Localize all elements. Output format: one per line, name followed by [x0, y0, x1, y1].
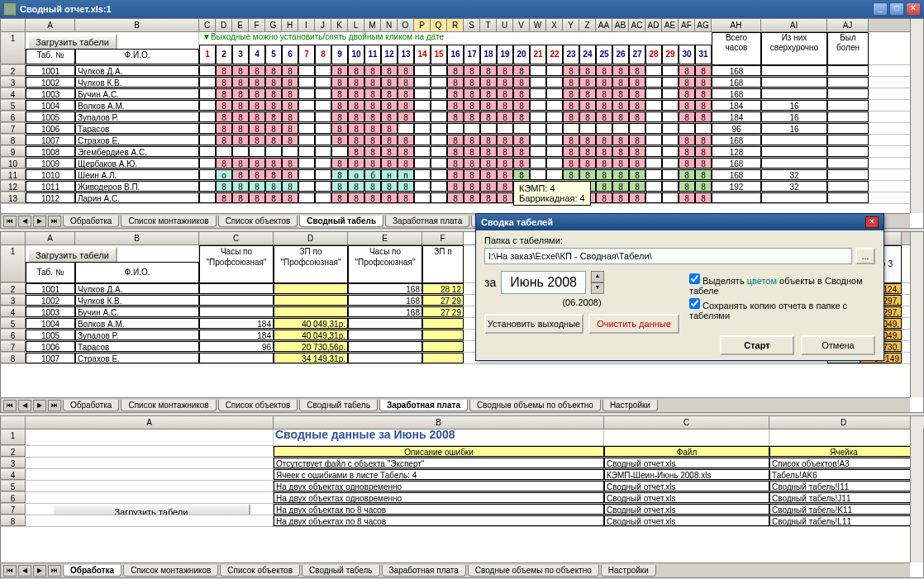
- maximize-button[interactable]: □: [889, 2, 904, 16]
- pane-errors: ABCDE 1Сводные данные за Июнь 20082Описа…: [0, 415, 924, 578]
- load-timesheets-button[interactable]: Загрузить табели: [27, 247, 117, 263]
- sheet-tab[interactable]: Обработка: [63, 216, 119, 227]
- scrollbar-v[interactable]: [910, 232, 923, 397]
- sheet-tab[interactable]: Обработка: [63, 565, 121, 577]
- sheet-tabs[interactable]: ⏮◀▶⏭ОбработкаСписок монтажниковСписок об…: [1, 397, 910, 412]
- dialog-summary: Сводка табелей × Папка с табелями: ... з…: [475, 213, 884, 361]
- tab-nav[interactable]: ◀: [18, 565, 31, 577]
- sheet-tab[interactable]: Сводный табель: [299, 216, 383, 227]
- window-titlebar: Сводный отчет.xls:1 _ □ ×: [0, 0, 924, 18]
- pane-timesheet: ABCDEFGHIJKLMNOPQRSTUVWXYZAAABACADAEAFAG…: [0, 18, 924, 229]
- sheet-tab[interactable]: Сводные объемы по объектно: [468, 565, 599, 577]
- tab-nav[interactable]: ◀: [18, 216, 31, 227]
- tab-nav[interactable]: ⏮: [3, 565, 17, 577]
- sheet-tab[interactable]: Список монтажников: [123, 565, 218, 577]
- dialog-close-button[interactable]: ×: [865, 216, 879, 228]
- savecopy-checkbox-label[interactable]: Сохранять копию отчета в папке с табелям…: [689, 298, 875, 320]
- cell-tooltip: КЭМП: 4 Баррикадная: 4: [513, 181, 591, 206]
- folder-label: Папка с табелями:: [484, 235, 875, 245]
- highlight-checkbox-label[interactable]: Выделять цветом объекты в Сводном табеле: [689, 273, 875, 296]
- folder-input[interactable]: [484, 248, 852, 264]
- set-holidays-button[interactable]: Установить выходные: [484, 314, 583, 334]
- window-title: Сводный отчет.xls:1: [20, 4, 112, 14]
- tab-nav[interactable]: ⏭: [48, 400, 61, 411]
- tab-nav[interactable]: ⏭: [48, 565, 61, 577]
- savecopy-checkbox[interactable]: [689, 298, 700, 309]
- sheet-tab[interactable]: Сводный табель: [299, 400, 378, 411]
- sheet-tabs[interactable]: ⏮◀▶⏭ОбработкаСписок монтажниковСписок об…: [1, 562, 910, 577]
- sheet-tab[interactable]: Заработная плата: [385, 216, 469, 227]
- grid[interactable]: 1Сводные данные за Июнь 20082Описание ош…: [1, 430, 923, 527]
- sheet-tab[interactable]: Сводный табель: [302, 565, 380, 577]
- sheet-tab[interactable]: Список монтажников: [121, 400, 216, 411]
- month-up-button[interactable]: ▲: [591, 271, 604, 282]
- app-icon: [3, 2, 17, 16]
- start-button[interactable]: Старт: [720, 335, 794, 355]
- sheet-tab[interactable]: Заработная плата: [382, 565, 466, 577]
- tab-nav[interactable]: ▶: [33, 216, 46, 227]
- cancel-button[interactable]: Отмена: [801, 335, 875, 355]
- tab-nav[interactable]: ⏮: [3, 216, 17, 227]
- sheet-tab[interactable]: Список монтажников: [121, 216, 216, 227]
- dialog-titlebar[interactable]: Сводка табелей ×: [476, 214, 884, 230]
- tab-nav[interactable]: ▶: [33, 565, 46, 577]
- clear-data-button[interactable]: Очистить данные: [588, 314, 679, 334]
- sheet-tab[interactable]: Сводные объемы по объектно: [469, 400, 601, 411]
- scrollbar-v[interactable]: [910, 416, 923, 562]
- load-timesheets-button[interactable]: Загрузить табели: [27, 34, 117, 49]
- browse-button[interactable]: ...: [855, 248, 875, 264]
- scrollbar-v[interactable]: [910, 19, 923, 213]
- sheet-tab[interactable]: Обработка: [63, 400, 119, 411]
- sheet-tab[interactable]: Настройки: [601, 565, 656, 577]
- sheet-tab[interactable]: Список объектов: [220, 565, 300, 577]
- dialog-title: Сводка табелей: [481, 217, 553, 227]
- month-display: Июнь 2008: [501, 271, 586, 294]
- minimize-button[interactable]: _: [873, 2, 888, 16]
- load-timesheets-button[interactable]: Загрузить табели: [52, 504, 250, 515]
- month-sub: (06.2008): [484, 297, 679, 307]
- sheet-tab[interactable]: Заработная плата: [379, 400, 468, 411]
- column-headers: ABCDE: [1, 416, 923, 430]
- close-button[interactable]: ×: [906, 2, 921, 16]
- tab-nav[interactable]: ▶: [33, 400, 46, 411]
- sheet-tab[interactable]: Список объектов: [218, 216, 298, 227]
- sheet-tab[interactable]: Настройки: [603, 400, 658, 411]
- grid[interactable]: 1Загрузить табелиТаб. №Ф.И.О.▼Выходные м…: [1, 32, 923, 204]
- za-label: за: [484, 276, 496, 289]
- month-down-button[interactable]: ▼: [591, 282, 604, 294]
- tab-nav[interactable]: ⏭: [48, 216, 61, 227]
- sheet-tab[interactable]: Список объектов: [218, 400, 298, 411]
- tab-nav[interactable]: ⏮: [3, 400, 17, 411]
- highlight-checkbox[interactable]: [689, 273, 700, 284]
- tab-nav[interactable]: ◀: [18, 400, 31, 411]
- column-headers: ABCDEFGHIJKLMNOPQRSTUVWXYZAAABACADAEAFAG…: [1, 19, 923, 32]
